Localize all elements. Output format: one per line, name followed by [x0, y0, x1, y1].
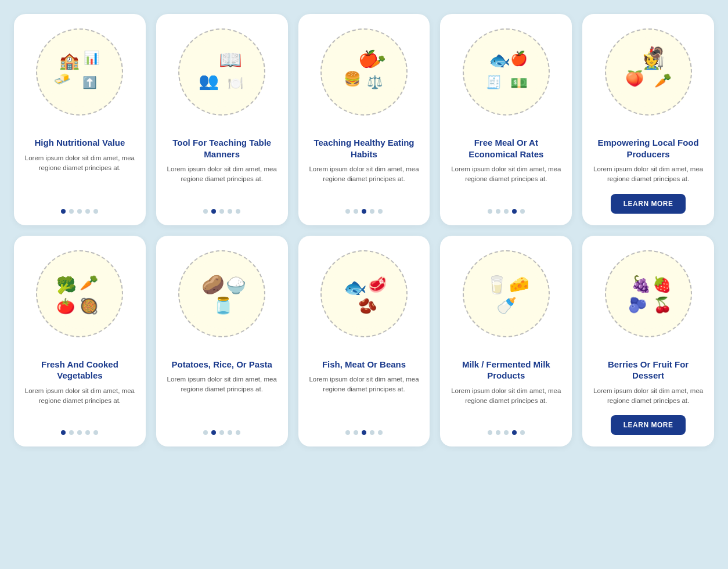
- dot-5[interactable]: [378, 430, 383, 435]
- svg-text:🍒: 🍒: [653, 296, 672, 314]
- svg-text:🦃: 🦃: [648, 45, 665, 61]
- svg-text:🐟: 🐟: [489, 50, 511, 71]
- dot-3[interactable]: [77, 209, 82, 214]
- dot-5[interactable]: [93, 209, 98, 214]
- card-grid: 🏫 📊 🧈 ⬆️ High Nutritional ValueLorem ips…: [14, 14, 714, 446]
- dot-4[interactable]: [512, 209, 517, 214]
- dot-4[interactable]: [228, 209, 232, 214]
- dot-3[interactable]: [219, 430, 224, 435]
- svg-text:🍎: 🍎: [510, 50, 528, 67]
- dot-5[interactable]: [378, 209, 383, 214]
- dot-4[interactable]: [370, 209, 374, 214]
- card-title: Teaching Healthy Eating Habits: [298, 135, 430, 164]
- card-body: Lorem ipsum dolor sit dim amet, mea regi…: [298, 374, 430, 421]
- svg-point-9: [329, 37, 399, 107]
- card-5: 🧑‍🌾 🍑 🥕 🦃 Empowering Local Food Producer…: [582, 14, 714, 225]
- learn-more-button[interactable]: LEARN MORE: [611, 194, 686, 214]
- dot-3[interactable]: [362, 430, 366, 435]
- svg-text:🥦: 🥦: [56, 276, 77, 295]
- card-body: Lorem ipsum dolor sit dim amet, mea regi…: [440, 386, 572, 422]
- fish-meat-icon: 🐟 🥩 🫘: [298, 236, 430, 352]
- svg-text:⬆️: ⬆️: [82, 75, 97, 89]
- card-body: Lorem ipsum dolor sit dim amet, mea regi…: [440, 164, 572, 200]
- dot-2[interactable]: [211, 430, 216, 435]
- dot-5[interactable]: [93, 430, 98, 435]
- svg-text:🍅: 🍅: [56, 297, 75, 315]
- svg-text:🍇: 🍇: [631, 275, 651, 294]
- svg-text:📊: 📊: [84, 50, 100, 66]
- pagination-dots: [488, 209, 525, 214]
- dot-1[interactable]: [203, 209, 208, 214]
- svg-text:🥛: 🥛: [486, 275, 508, 296]
- card-body: Lorem ipsum dolor sit dim amet, mea regi…: [582, 164, 714, 185]
- svg-point-24: [45, 259, 114, 329]
- svg-text:🥩: 🥩: [368, 275, 387, 294]
- dot-2[interactable]: [496, 209, 500, 214]
- card-3: 🍎 🍔 🥕 ⚖️ Teaching Healthy Eating HabitsL…: [298, 14, 430, 225]
- pagination-dots: [61, 430, 98, 435]
- dot-4[interactable]: [85, 430, 90, 435]
- card-title: Fresh And Cooked Vegetables: [14, 356, 146, 386]
- dot-1[interactable]: [61, 430, 66, 435]
- svg-text:🍑: 🍑: [625, 69, 644, 88]
- milk-icon: 🥛 🧀 🍼: [440, 236, 572, 352]
- svg-point-14: [471, 37, 541, 107]
- card-9: 🥛 🧀 🍼 Milk / Fermented Milk ProductsLore…: [440, 236, 572, 447]
- dot-5[interactable]: [520, 430, 525, 435]
- svg-text:📖: 📖: [219, 49, 242, 71]
- dot-2[interactable]: [69, 209, 74, 214]
- dot-4[interactable]: [228, 430, 232, 435]
- card-body: Lorem ipsum dolor sit dim amet, mea regi…: [14, 153, 146, 200]
- dot-2[interactable]: [496, 430, 500, 435]
- berries-fruit-icon: 🍇 🍓 🫐 🍒: [582, 236, 714, 352]
- svg-text:🍼: 🍼: [496, 296, 517, 315]
- pagination-dots: [61, 209, 98, 214]
- svg-text:🍓: 🍓: [653, 275, 672, 294]
- dot-3[interactable]: [362, 209, 366, 214]
- dot-4[interactable]: [85, 209, 90, 214]
- svg-text:🥕: 🥕: [654, 72, 672, 89]
- card-title: Potatoes, Rice, Or Pasta: [161, 356, 282, 375]
- dot-5[interactable]: [236, 209, 240, 214]
- pagination-dots: [345, 209, 383, 214]
- card-title: Tool For Teaching Table Manners: [156, 135, 288, 164]
- nutritional-value-icon: 🏫 📊 🧈 ⬆️: [14, 14, 146, 130]
- svg-point-41: [614, 259, 683, 329]
- dot-1[interactable]: [488, 430, 492, 435]
- pagination-dots: [488, 430, 525, 435]
- card-7: 🥔 🍚 🫙 Potatoes, Rice, Or PastaLorem ipsu…: [156, 236, 288, 447]
- svg-text:🧀: 🧀: [509, 275, 529, 294]
- dot-5[interactable]: [236, 430, 240, 435]
- dot-5[interactable]: [520, 209, 525, 214]
- svg-text:🫘: 🫘: [358, 297, 377, 315]
- dot-4[interactable]: [512, 430, 517, 435]
- card-8: 🐟 🥩 🫘 Fish, Meat Or BeansLorem ipsum dol…: [298, 236, 430, 447]
- dot-1[interactable]: [345, 209, 350, 214]
- dot-3[interactable]: [219, 209, 224, 214]
- dot-1[interactable]: [203, 430, 208, 435]
- dot-2[interactable]: [69, 430, 74, 435]
- card-body: Lorem ipsum dolor sit dim amet, mea regi…: [156, 374, 288, 421]
- dot-4[interactable]: [370, 430, 374, 435]
- learn-more-button[interactable]: LEARN MORE: [611, 415, 686, 435]
- card-6: 🥦 🥕 🍅 🥘 Fresh And Cooked VegetablesLorem…: [14, 236, 146, 447]
- card-title: High Nutritional Value: [24, 135, 135, 153]
- dot-3[interactable]: [504, 430, 509, 435]
- card-title: Milk / Fermented Milk Products: [440, 356, 572, 386]
- dot-3[interactable]: [77, 430, 82, 435]
- pagination-dots: [203, 209, 240, 214]
- dot-1[interactable]: [345, 430, 350, 435]
- dot-1[interactable]: [488, 209, 492, 214]
- svg-text:🧈: 🧈: [53, 70, 71, 87]
- dot-2[interactable]: [354, 209, 358, 214]
- card-title: Berries Or Fruit For Dessert: [582, 356, 714, 386]
- dot-1[interactable]: [61, 209, 66, 214]
- svg-point-5: [187, 37, 257, 107]
- dot-2[interactable]: [211, 209, 216, 214]
- svg-text:💵: 💵: [510, 74, 528, 91]
- free-meal-icon: 🐟 🍎 🧾 💵: [440, 14, 572, 130]
- dot-3[interactable]: [504, 209, 509, 214]
- card-body: Lorem ipsum dolor sit dim amet, mea regi…: [298, 164, 430, 200]
- pagination-dots: [203, 430, 240, 435]
- dot-2[interactable]: [354, 430, 358, 435]
